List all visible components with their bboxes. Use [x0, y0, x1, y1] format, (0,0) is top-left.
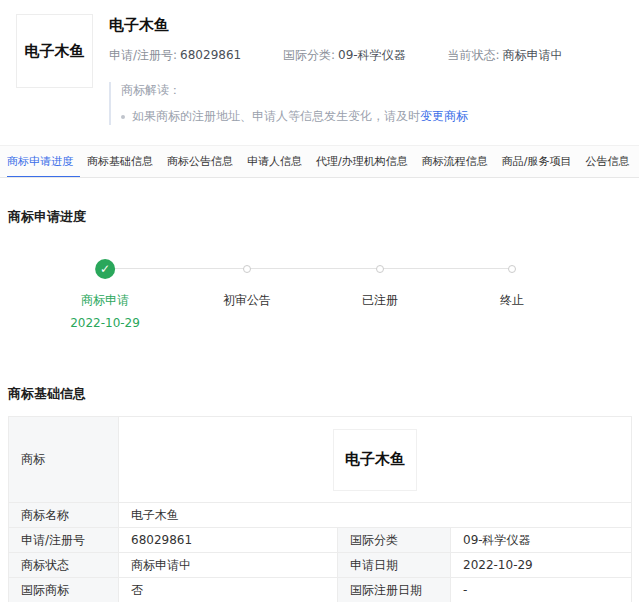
step-label: 已注册: [362, 292, 398, 309]
step-dot-icon: [508, 265, 516, 273]
table-value-cell: 电子木鱼: [119, 503, 632, 528]
trademark-logo-text: 电子木鱼: [25, 42, 85, 61]
step-dot-wrap: [508, 259, 516, 279]
reg-number-label: 申请/注册号:: [109, 48, 177, 62]
page-title: 电子木鱼: [109, 16, 623, 35]
header-content: 电子木鱼 申请/注册号:68029861 国际分类:09-科学仪器 当前状态:商…: [109, 14, 623, 125]
status-label: 当前状态:: [447, 48, 499, 62]
step-label: 终止: [500, 292, 524, 309]
table-value-cell: 68029861: [119, 528, 338, 553]
status-badge: 商标申请中: [503, 48, 563, 62]
tab-announcement-info[interactable]: 公告信息: [578, 146, 636, 177]
table-value-cell: -: [451, 578, 632, 602]
table-value-cell: 商标申请中: [119, 553, 338, 578]
tab-goods-services[interactable]: 商品/服务项目: [495, 146, 579, 177]
notice-title: 商标解读：: [121, 82, 623, 99]
table-label-cell: 国际商标: [9, 578, 119, 602]
section-heading-basic-info: 商标基础信息: [0, 385, 639, 403]
notice-text: 如果商标的注册地址、申请人等信息发生变化，请及时: [132, 108, 420, 125]
table-value-cell: 否: [119, 578, 338, 602]
table-row: 商标名称 电子木鱼: [9, 503, 632, 528]
progress-step: 终止: [500, 259, 524, 309]
basic-info-table-wrap: 商标 电子木鱼 商标名称 电子木鱼 申请/注册号 68029861 国际分类 0…: [8, 416, 631, 602]
tab-process-info[interactable]: 商标流程信息: [415, 146, 495, 177]
table-row: 国际商标 否 国际注册日期 -: [9, 578, 632, 602]
step-dot-wrap: [243, 259, 251, 279]
table-label-cell: 国际注册日期: [338, 578, 451, 602]
trademark-logo: 电子木鱼: [16, 14, 93, 88]
trademark-image-text: 电子木鱼: [345, 450, 405, 469]
change-trademark-link[interactable]: 变更商标: [420, 108, 468, 125]
tab-basic-info[interactable]: 商标基础信息: [80, 146, 160, 177]
table-label-cell: 申请日期: [338, 553, 451, 578]
tab-bar: 商标申请进度 商标基础信息 商标公告信息 申请人信息 代理/办理机构信息 商标流…: [0, 145, 639, 178]
progress-timeline: 商标申请 2022-10-29 初审公告 已注册 终止: [0, 259, 639, 351]
intl-class-label: 国际分类:: [283, 48, 335, 62]
step-dot-icon: [376, 265, 384, 273]
step-date: 2022-10-29: [70, 316, 140, 330]
table-value-cell: 电子木鱼: [119, 417, 632, 503]
progress-step: 初审公告: [223, 259, 271, 309]
progress-step: 已注册: [362, 259, 398, 309]
intl-class-group: 国际分类:09-科学仪器: [283, 48, 406, 62]
reg-number-value: 68029861: [180, 48, 241, 62]
check-circle-icon: [95, 259, 115, 279]
trademark-header: 电子木鱼 电子木鱼 申请/注册号:68029861 国际分类:09-科学仪器 当…: [0, 0, 639, 125]
notice: 商标解读： 如果商标的注册地址、申请人等信息发生变化，请及时变更商标: [109, 82, 623, 125]
table-row: 商标状态 商标申请中 申请日期 2022-10-29: [9, 553, 632, 578]
step-dot-icon: [243, 265, 251, 273]
table-value-cell: 2022-10-29: [451, 553, 632, 578]
header-info-row: 申请/注册号:68029861 国际分类:09-科学仪器 当前状态:商标申请中: [109, 47, 623, 64]
status-group: 当前状态:商标申请中: [447, 48, 562, 62]
table-row: 申请/注册号 68029861 国际分类 09-科学仪器: [9, 528, 632, 553]
basic-info-table: 商标 电子木鱼 商标名称 电子木鱼 申请/注册号 68029861 国际分类 0…: [8, 416, 632, 602]
table-label-cell: 国际分类: [338, 528, 451, 553]
tab-applicant-info[interactable]: 申请人信息: [240, 146, 309, 177]
tab-application-progress[interactable]: 商标申请进度: [7, 146, 80, 177]
bullet-icon: [121, 115, 125, 119]
table-label-cell: 申请/注册号: [9, 528, 119, 553]
tab-agency-info[interactable]: 代理/办理机构信息: [309, 146, 415, 177]
table-label-cell: 商标名称: [9, 503, 119, 528]
step-dot-wrap: [376, 259, 384, 279]
notice-item: 如果商标的注册地址、申请人等信息发生变化，请及时变更商标: [121, 108, 623, 125]
progress-step: 商标申请 2022-10-29: [70, 259, 140, 330]
table-row: 商标 电子木鱼: [9, 417, 632, 503]
step-dot-wrap: [95, 259, 115, 279]
trademark-image: 电子木鱼: [333, 429, 417, 491]
tab-gazette-info[interactable]: 商标公告信息: [160, 146, 240, 177]
table-value-cell: 09-科学仪器: [451, 528, 632, 553]
table-label-cell: 商标状态: [9, 553, 119, 578]
section-heading-progress: 商标申请进度: [0, 208, 639, 226]
step-label: 商标申请: [81, 292, 129, 309]
reg-number-group: 申请/注册号:68029861: [109, 48, 241, 62]
step-label: 初审公告: [223, 292, 271, 309]
table-label-cell: 商标: [9, 417, 119, 503]
timeline-line: [105, 268, 512, 269]
intl-class-value: 09-科学仪器: [338, 48, 406, 62]
